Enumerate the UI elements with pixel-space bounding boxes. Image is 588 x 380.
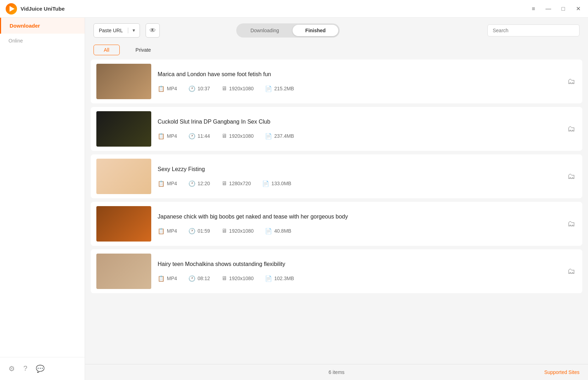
paste-url-label: Paste URL	[94, 28, 128, 33]
meta-resolution-3: 🖥1280x720	[221, 180, 251, 187]
format-value-3: MP4	[167, 181, 177, 186]
tab-finished[interactable]: Finished	[293, 25, 339, 36]
paste-url-dropdown-icon: ▼	[128, 28, 140, 33]
meta-size-5: 📄102.3MB	[265, 275, 294, 282]
resolution-icon-1: 🖥	[221, 85, 227, 92]
open-folder-button-2[interactable]: 🗂	[567, 124, 575, 134]
resolution-value-2: 1920x1080	[229, 133, 254, 139]
resolution-value-3: 1280x720	[229, 181, 251, 186]
video-info-3: Sexy Lezzy Fisting📋MP4🕐12:20🖥1280x720📄13…	[158, 166, 577, 187]
meta-format-4: 📋MP4	[158, 228, 177, 234]
duration-value-2: 11:44	[198, 133, 210, 139]
resolution-value-5: 1920x1080	[229, 276, 254, 281]
sub-tab-all[interactable]: All	[94, 45, 120, 55]
meta-resolution-5: 🖥1920x1080	[221, 275, 254, 282]
size-value-5: 102.3MB	[274, 276, 294, 281]
video-thumb-5	[96, 254, 151, 289]
tab-downloading[interactable]: Downloading	[238, 25, 292, 36]
sub-tab-private[interactable]: Private	[125, 45, 162, 55]
watch-icon-button[interactable]: 👁	[146, 23, 160, 38]
resolution-icon-4: 🖥	[221, 228, 227, 234]
meta-duration-1: 🕐10:37	[188, 85, 210, 92]
format-icon-2: 📋	[158, 133, 165, 140]
supported-sites-link[interactable]: Supported Sites	[544, 369, 579, 375]
video-info-2: Cuckold Slut Irina DP Gangbang In Sex Cl…	[158, 119, 577, 140]
settings-icon[interactable]: ⚙	[9, 364, 15, 373]
video-meta-2: 📋MP4🕐11:44🖥1920x1080📄237.4MB	[158, 133, 577, 140]
video-item-3: Sexy Lezzy Fisting📋MP4🕐12:20🖥1280x720📄13…	[91, 154, 582, 198]
video-meta-3: 📋MP4🕐12:20🖥1280x720📄133.0MB	[158, 180, 577, 187]
meta-size-2: 📄237.4MB	[265, 133, 294, 140]
meta-format-1: 📋MP4	[158, 85, 177, 92]
search-input[interactable]	[487, 24, 579, 36]
video-title-4: Japanese chick with big boobs get naked …	[158, 214, 577, 220]
size-icon-3: 📄	[262, 180, 269, 187]
minimize-button[interactable]: —	[544, 5, 553, 13]
menu-button[interactable]: ≡	[529, 5, 538, 13]
video-item-2: Cuckold Slut Irina DP Gangbang In Sex Cl…	[91, 107, 582, 151]
sidebar-item-downloader[interactable]: Downloader	[0, 18, 85, 34]
app-title: VidJuice UniTube	[21, 6, 529, 12]
paste-url-button[interactable]: Paste URL ▼	[94, 23, 140, 38]
main-layout: Downloader Online ⚙ ? 💬 Paste URL ▼ 👁 Do…	[0, 18, 588, 380]
size-icon-4: 📄	[265, 228, 272, 234]
size-value-4: 40.8MB	[274, 228, 291, 234]
video-info-1: Marica and London have some foot fetish …	[158, 71, 577, 92]
video-thumb-1	[96, 64, 151, 99]
footer: 6 items Supported Sites	[85, 364, 588, 380]
format-value-5: MP4	[167, 276, 177, 281]
format-value-4: MP4	[167, 228, 177, 234]
size-icon-1: 📄	[265, 85, 272, 92]
video-list: Marica and London have some foot fetish …	[85, 59, 588, 364]
resolution-value-1: 1920x1080	[229, 86, 254, 91]
duration-value-3: 12:20	[198, 181, 210, 186]
sub-tab-group: All Private	[85, 43, 588, 59]
resolution-icon-5: 🖥	[221, 275, 227, 282]
chat-icon[interactable]: 💬	[36, 364, 45, 373]
meta-resolution-1: 🖥1920x1080	[221, 85, 254, 92]
video-title-3: Sexy Lezzy Fisting	[158, 166, 577, 172]
video-meta-5: 📋MP4🕐08:12🖥1920x1080📄102.3MB	[158, 275, 577, 282]
meta-duration-3: 🕐12:20	[188, 180, 210, 187]
meta-format-2: 📋MP4	[158, 133, 177, 140]
meta-size-4: 📄40.8MB	[265, 228, 291, 234]
size-icon-2: 📄	[265, 133, 272, 140]
video-item-4: Japanese chick with big boobs get naked …	[91, 202, 582, 246]
video-thumb-2	[96, 111, 151, 147]
meta-size-3: 📄133.0MB	[262, 180, 291, 187]
video-title-5: Hairy teen Mochalkina shows outstanding …	[158, 261, 577, 267]
sidebar-footer: ⚙ ? 💬	[0, 357, 85, 380]
video-title-2: Cuckold Slut Irina DP Gangbang In Sex Cl…	[158, 119, 577, 125]
duration-icon-1: 🕐	[188, 85, 196, 92]
video-thumb-3	[96, 159, 151, 194]
meta-duration-5: 🕐08:12	[188, 275, 210, 282]
maximize-button[interactable]: □	[559, 5, 567, 13]
duration-icon-3: 🕐	[188, 180, 196, 187]
video-info-4: Japanese chick with big boobs get naked …	[158, 214, 577, 234]
eye-icon: 👁	[149, 27, 156, 34]
video-thumb-4	[96, 206, 151, 242]
meta-resolution-4: 🖥1920x1080	[221, 228, 254, 234]
open-folder-button-1[interactable]: 🗂	[567, 77, 575, 86]
duration-icon-5: 🕐	[188, 275, 196, 282]
open-folder-button-4[interactable]: 🗂	[567, 219, 575, 228]
item-count: 6 items	[328, 369, 344, 375]
duration-value-1: 10:37	[198, 86, 210, 91]
video-title-1: Marica and London have some foot fetish …	[158, 71, 577, 78]
open-folder-button-3[interactable]: 🗂	[567, 172, 575, 181]
duration-icon-2: 🕐	[188, 133, 196, 140]
toolbar: Paste URL ▼ 👁 Downloading Finished	[85, 18, 588, 43]
size-value-3: 133.0MB	[271, 181, 291, 186]
video-info-5: Hairy teen Mochalkina shows outstanding …	[158, 261, 577, 282]
help-icon[interactable]: ?	[23, 364, 27, 373]
meta-format-5: 📋MP4	[158, 275, 177, 282]
open-folder-button-5[interactable]: 🗂	[567, 267, 575, 276]
resolution-icon-2: 🖥	[221, 133, 227, 139]
meta-format-3: 📋MP4	[158, 180, 177, 187]
logo-play-icon	[10, 6, 15, 12]
sidebar-section-online: Online	[0, 34, 85, 46]
format-value-1: MP4	[167, 86, 177, 91]
close-button[interactable]: ✕	[574, 5, 582, 13]
size-value-2: 237.4MB	[274, 133, 294, 139]
titlebar: VidJuice UniTube ≡ — □ ✕	[0, 0, 588, 18]
